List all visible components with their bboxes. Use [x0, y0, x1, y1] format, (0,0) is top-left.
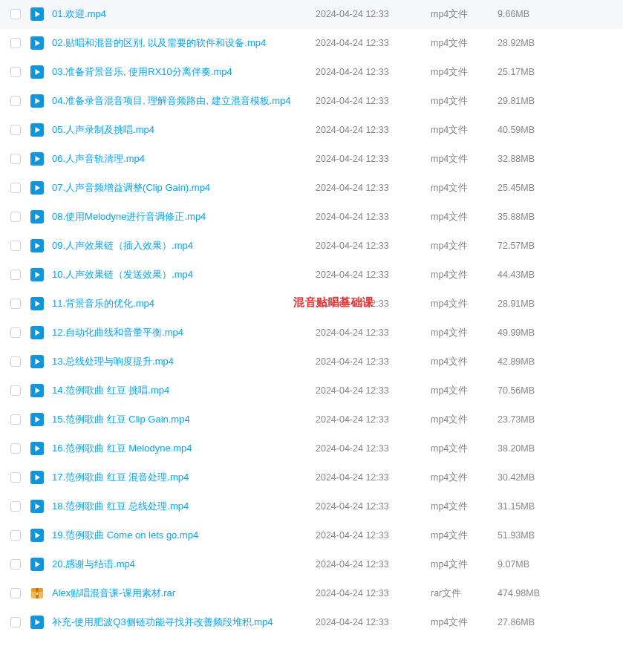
file-name[interactable]: 17.范例歌曲 红豆 混音处理.mp4: [52, 471, 316, 484]
file-row[interactable]: 01.欢迎.mp42024-04-24 12:33mp4文件9.66MB: [0, 0, 623, 29]
video-icon: [30, 209, 45, 224]
file-row[interactable]: 12.自动化曲线和音量平衡.mp42024-04-24 12:33mp4文件49…: [0, 319, 623, 348]
file-name[interactable]: 05.人声录制及挑唱.mp4: [52, 123, 316, 137]
file-size: 28.92MB: [498, 38, 572, 48]
file-date: 2024-04-24 12:33: [316, 559, 431, 570]
file-name[interactable]: 06.人声音轨清理.mp4: [52, 152, 316, 166]
file-name[interactable]: 补充-使用肥波Q3侧链功能寻找并改善频段堆积.mp4: [52, 616, 316, 629]
file-name[interactable]: 04.准备录音混音项目, 理解音频路由, 建立混音模板.mp4: [52, 94, 316, 108]
row-checkbox[interactable]: [10, 501, 21, 512]
file-row[interactable]: 08.使用Melodyne进行音调修正.mp42024-04-24 12:33m…: [0, 203, 623, 232]
file-name[interactable]: 12.自动化曲线和音量平衡.mp4: [52, 326, 316, 339]
file-name[interactable]: 10.人声效果链（发送效果）.mp4: [52, 268, 316, 281]
archive-icon: [30, 586, 45, 601]
file-name[interactable]: 20.感谢与结语.mp4: [52, 558, 316, 571]
file-row[interactable]: 02.贴唱和混音的区别, 以及需要的软件和设备.mp42024-04-24 12…: [0, 29, 623, 58]
file-name[interactable]: 08.使用Melodyne进行音调修正.mp4: [52, 210, 316, 224]
video-icon: [30, 354, 45, 369]
row-checkbox[interactable]: [10, 299, 21, 309]
file-row[interactable]: 19.范例歌曲 Come on lets go.mp42024-04-24 12…: [0, 521, 623, 550]
file-type: mp4文件: [431, 240, 498, 252]
video-icon: [30, 499, 45, 514]
file-name[interactable]: 09.人声效果链（插入效果）.mp4: [52, 239, 316, 252]
file-row[interactable]: 17.范例歌曲 红豆 混音处理.mp42024-04-24 12:33mp4文件…: [0, 463, 623, 492]
row-checkbox[interactable]: [10, 559, 21, 570]
video-icon: [30, 267, 45, 282]
file-row[interactable]: 18.范例歌曲 红豆 总线处理.mp42024-04-24 12:33mp4文件…: [0, 492, 623, 521]
file-name[interactable]: 14.范例歌曲 红豆 挑唱.mp4: [52, 384, 316, 397]
file-type: mp4文件: [431, 327, 498, 339]
row-checkbox[interactable]: [10, 9, 21, 19]
file-row[interactable]: 补充-使用肥波Q3侧链功能寻找并改善频段堆积.mp42024-04-24 12:…: [0, 608, 623, 637]
file-row[interactable]: 14.范例歌曲 红豆 挑唱.mp42024-04-24 12:33mp4文件70…: [0, 376, 623, 405]
file-name[interactable]: 02.贴唱和混音的区别, 以及需要的软件和设备.mp4: [52, 36, 316, 50]
file-name[interactable]: 01.欢迎.mp4: [52, 7, 316, 21]
row-checkbox[interactable]: [10, 443, 21, 454]
file-row[interactable]: 03.准备背景音乐, 使用RX10分离伴奏.mp42024-04-24 12:3…: [0, 58, 623, 87]
row-checkbox[interactable]: [10, 414, 21, 425]
file-row[interactable]: 10.人声效果链（发送效果）.mp42024-04-24 12:33mp4文件4…: [0, 261, 623, 290]
file-type: mp4文件: [431, 356, 498, 368]
file-date: 2024-04-24 12:33: [316, 472, 431, 483]
row-checkbox[interactable]: [10, 327, 21, 338]
video-icon: [30, 528, 45, 543]
video-icon: [30, 325, 45, 340]
file-row[interactable]: 15.范例歌曲 红豆 Clip Gain.mp42024-04-24 12:33…: [0, 405, 623, 434]
file-row[interactable]: 09.人声效果链（插入效果）.mp42024-04-24 12:33mp4文件7…: [0, 232, 623, 261]
row-checkbox[interactable]: [10, 38, 21, 48]
file-date: 2024-04-24 12:33: [316, 588, 431, 598]
row-checkbox[interactable]: [10, 241, 21, 251]
file-name[interactable]: 16.范例歌曲 红豆 Melodyne.mp4: [52, 442, 316, 455]
row-checkbox[interactable]: [10, 125, 21, 135]
file-name[interactable]: 13.总线处理与响度提升.mp4: [52, 355, 316, 368]
file-name[interactable]: 07.人声音频增益调整(Clip Gain).mp4: [52, 181, 316, 195]
file-date: 2024-04-24 12:33: [316, 414, 431, 425]
file-date: 2024-04-24 12:33: [316, 241, 431, 251]
file-date: 2024-04-24 12:33: [316, 9, 431, 19]
file-name[interactable]: 15.范例歌曲 红豆 Clip Gain.mp4: [52, 413, 316, 426]
file-date: 2024-04-24 12:33: [316, 125, 431, 135]
file-date: 2024-04-24 12:33: [316, 270, 431, 280]
file-type: mp4文件: [431, 529, 498, 542]
file-row[interactable]: 16.范例歌曲 红豆 Melodyne.mp42024-04-24 12:33m…: [0, 434, 623, 463]
row-checkbox[interactable]: [10, 270, 21, 280]
row-checkbox[interactable]: [10, 472, 21, 483]
row-checkbox[interactable]: [10, 617, 21, 627]
row-checkbox[interactable]: [10, 530, 21, 541]
row-checkbox[interactable]: [10, 212, 21, 222]
file-row[interactable]: 06.人声音轨清理.mp42024-04-24 12:33mp4文件32.88M…: [0, 145, 623, 174]
row-checkbox[interactable]: [10, 154, 21, 164]
file-row[interactable]: 13.总线处理与响度提升.mp42024-04-24 12:33mp4文件42.…: [0, 348, 623, 376]
row-checkbox[interactable]: [10, 96, 21, 106]
file-row[interactable]: Alex贴唱混音课-课用素材.rar2024-04-24 12:33rar文件4…: [0, 579, 623, 608]
file-type: mp4文件: [431, 414, 498, 426]
file-list: 01.欢迎.mp42024-04-24 12:33mp4文件9.66MB02.贴…: [0, 0, 623, 637]
video-icon: [30, 441, 45, 456]
file-name[interactable]: Alex贴唱混音课-课用素材.rar: [52, 587, 316, 600]
file-row[interactable]: 07.人声音频增益调整(Clip Gain).mp42024-04-24 12:…: [0, 174, 623, 203]
file-size: 70.56MB: [498, 385, 572, 396]
file-size: 27.86MB: [498, 617, 572, 627]
row-checkbox[interactable]: [10, 67, 21, 77]
row-checkbox[interactable]: [10, 183, 21, 193]
row-checkbox[interactable]: [10, 588, 21, 598]
video-icon: [30, 412, 45, 427]
file-type: mp4文件: [431, 182, 498, 195]
file-row[interactable]: 20.感谢与结语.mp42024-04-24 12:33mp4文件9.07MB: [0, 550, 623, 579]
file-date: 2024-04-24 12:33: [316, 501, 431, 512]
file-row[interactable]: 04.准备录音混音项目, 理解音频路由, 建立混音模板.mp42024-04-2…: [0, 87, 623, 116]
row-checkbox[interactable]: [10, 385, 21, 396]
file-row[interactable]: 11.背景音乐的优化.mp42024-04-24 12:33mp4文件28.91…: [0, 290, 623, 319]
row-checkbox[interactable]: [10, 356, 21, 367]
file-type: mp4文件: [431, 616, 498, 629]
file-row[interactable]: 05.人声录制及挑唱.mp42024-04-24 12:33mp4文件40.59…: [0, 116, 623, 145]
file-name[interactable]: 03.准备背景音乐, 使用RX10分离伴奏.mp4: [52, 65, 316, 79]
file-name[interactable]: 11.背景音乐的优化.mp4: [52, 297, 316, 310]
file-type: mp4文件: [431, 66, 498, 79]
file-name[interactable]: 19.范例歌曲 Come on lets go.mp4: [52, 529, 316, 542]
video-icon: [30, 65, 45, 79]
file-size: 474.98MB: [498, 588, 572, 598]
file-name[interactable]: 18.范例歌曲 红豆 总线处理.mp4: [52, 500, 316, 513]
file-type: mp4文件: [431, 558, 498, 571]
video-icon: [30, 470, 45, 485]
